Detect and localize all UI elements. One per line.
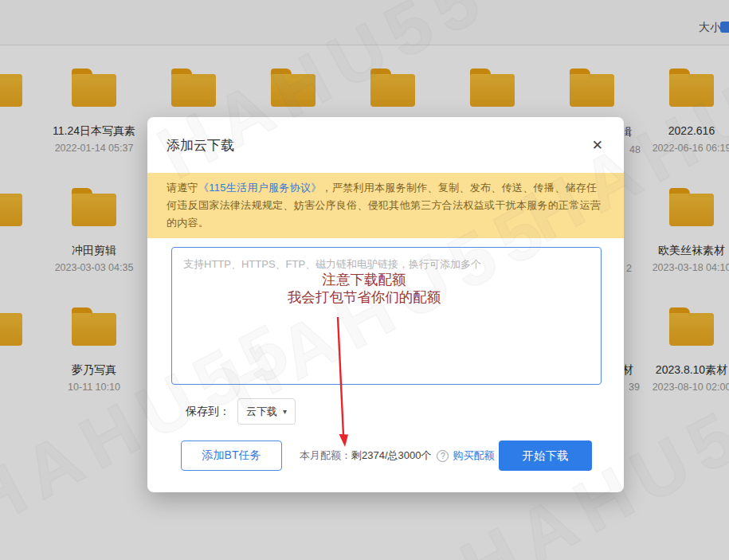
download-link-box: 注意下载配额 我会打包节省你们的配额 [171, 247, 602, 385]
terms-notice: 请遵守《115生活用户服务协议》，严禁利用本服务制作、复制、发布、传送、传播、储… [147, 173, 624, 238]
save-location-dropdown[interactable]: 云下载 ▾ [237, 398, 296, 425]
dialog-header: 添加云下载 ✕ [147, 117, 624, 173]
save-to-label: 保存到： [186, 405, 230, 419]
dialog-footer: 添加BT任务 本月配额： 剩2374/总3000个 ? 购买配额 开始下载 [165, 441, 608, 471]
save-location-value: 云下载 [246, 405, 277, 419]
buy-quota-link[interactable]: 购买配额 [453, 448, 494, 463]
start-download-button[interactable]: 开始下载 [499, 441, 592, 471]
close-icon[interactable]: ✕ [590, 137, 605, 154]
save-to-row: 保存到： 云下载 ▾ [167, 398, 602, 425]
download-link-input[interactable] [172, 248, 601, 384]
quota-info: 本月配额： 剩2374/总3000个 ? 购买配额 [300, 448, 494, 463]
dialog-body: 注意下载配额 我会打包节省你们的配额 保存到： 云下载 ▾ 添加BT任务 本月配… [147, 238, 624, 471]
add-bt-task-button[interactable]: 添加BT任务 [181, 441, 282, 471]
quota-label: 本月配额： [300, 448, 351, 463]
add-cloud-download-dialog: 添加云下载 ✕ 请遵守《115生活用户服务协议》，严禁利用本服务制作、复制、发布… [147, 117, 624, 492]
notice-prefix: 请遵守 [167, 182, 198, 194]
chevron-down-icon: ▾ [283, 407, 287, 416]
quota-value: 剩2374/总3000个 [351, 448, 431, 463]
terms-link[interactable]: 《115生活用户服务协议》 [198, 182, 322, 194]
dialog-title: 添加云下载 [167, 136, 234, 155]
help-icon[interactable]: ? [437, 450, 449, 462]
